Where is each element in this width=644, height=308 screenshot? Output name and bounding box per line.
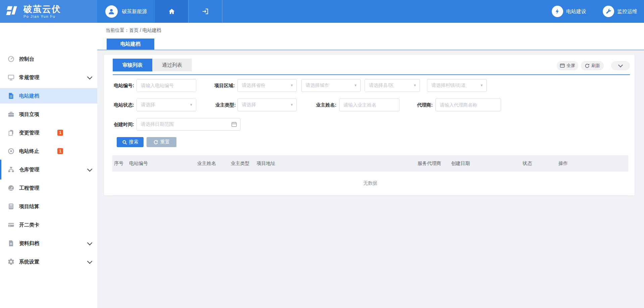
sidebar-item-label: 仓库管理 [19, 167, 39, 173]
page-tab-station-archive[interactable]: 电站建档 [107, 39, 154, 50]
sidebar-item-station-archive[interactable]: 电站建档 [0, 88, 97, 104]
town-select[interactable]: 请选择村镇/街道 ▼ [427, 79, 487, 92]
chevron-down-icon [618, 63, 623, 67]
date-range-picker[interactable]: 请选择日期范围 [137, 118, 240, 131]
page-root: 破茧云伏 Po Jian Yun Fu 破茧新能源 电站建设 [0, 0, 644, 308]
sidebar-item-console[interactable]: 控制台 [0, 51, 97, 67]
sidebar-item-open-class2-card[interactable]: 开二类卡 [0, 217, 97, 233]
sidebar-item-change-mgmt[interactable]: 变更管理 1 [0, 125, 97, 140]
refresh-icon [585, 63, 590, 68]
sidebar-scrollbar-thumb[interactable] [0, 160, 1, 180]
reset-label: 重置 [160, 139, 170, 145]
app-subtitle: Po Jian Yun Fu [23, 14, 61, 18]
brand-text: 破茧云伏 Po Jian Yun Fu [23, 4, 61, 19]
date-range-placeholder: 请选择日期范围 [141, 121, 174, 127]
sidebar-item-label: 资料归档 [19, 240, 39, 247]
station-no-input[interactable] [137, 79, 196, 92]
briefcase-icon [7, 111, 15, 118]
sidebar-item-general-mgmt[interactable]: 常规管理 [0, 70, 97, 85]
record-circle-icon [7, 147, 15, 155]
user-account[interactable]: 破茧新能源 [97, 0, 155, 23]
fullscreen-icon [560, 63, 565, 68]
module-monitor-ops[interactable]: 监控运维 [603, 0, 637, 23]
column-header-service-agent: 服务代理商 [416, 161, 449, 167]
breadcrumb-separator: / [139, 27, 143, 33]
owner-name-input[interactable] [339, 99, 399, 111]
province-select[interactable]: 请选择省份 ▼ [237, 79, 297, 92]
sidebar: 控制台 常规管理 电站建档 项目立项 [0, 23, 97, 308]
sidebar-item-project-initiation[interactable]: 项目立项 [0, 107, 97, 122]
column-header-create-date: 创建日期 [449, 161, 521, 167]
caret-down-icon: ▼ [480, 83, 483, 87]
chevron-down-icon [87, 259, 93, 264]
bank-card-icon [7, 221, 15, 229]
module-station-build[interactable]: 电站建设 [552, 0, 586, 23]
column-header-owner-type: 业主类型 [229, 161, 255, 167]
owner-name-label: 业主姓名: [310, 99, 336, 111]
gear-icon [7, 258, 15, 265]
column-header-project-address: 项目地址 [255, 161, 416, 167]
agent-input[interactable] [435, 99, 501, 111]
status-placeholder: 请选择 [141, 102, 155, 108]
city-select[interactable]: 请选择城市 ▼ [301, 79, 361, 92]
sidebar-item-engineering-mgmt[interactable]: 工程管理 [0, 180, 97, 196]
reset-button[interactable]: 重置 [147, 137, 176, 147]
sidebar-item-station-terminate[interactable]: 电站终止 1 [0, 143, 97, 159]
collapse-panel-button[interactable] [611, 61, 630, 70]
breadcrumb-band: 当前位置：首页 / 电站建档 电站建档 [97, 23, 644, 50]
breadcrumb: 当前位置：首页 / 电站建档 [106, 27, 161, 34]
county-placeholder: 请选择县/区 [369, 82, 394, 88]
avatar [105, 5, 118, 18]
notification-badge: 1 [57, 148, 63, 154]
sidebar-item-label: 电站建档 [19, 93, 39, 99]
station-status-label: 电站状态: [107, 99, 134, 111]
owner-type-label: 业主类型: [209, 99, 236, 111]
copy-pages-icon [7, 129, 15, 136]
sidebar-item-project-settlement[interactable]: 项目结算 [0, 199, 97, 214]
breadcrumb-home-link[interactable]: 首页 [129, 27, 139, 33]
top-header: 破茧云伏 Po Jian Yun Fu 破茧新能源 电站建设 [0, 0, 644, 23]
module-label: 监控运维 [617, 8, 637, 15]
fullscreen-label: 全屏 [567, 63, 575, 69]
station-status-select[interactable]: 请选择 ▼ [137, 99, 196, 111]
region-label: 项目区域: [208, 79, 235, 92]
caret-down-icon: ▼ [190, 103, 193, 107]
fullscreen-button[interactable]: 全屏 [557, 61, 578, 70]
sidebar-item-system-settings[interactable]: 系统设置 [0, 254, 97, 269]
owner-type-select[interactable]: 请选择 ▼ [237, 99, 297, 111]
sidebar-item-warehouse-mgmt[interactable]: 仓库管理 [0, 162, 97, 177]
tab-passed-list[interactable]: 通过列表 [152, 59, 192, 71]
calendar-icon [231, 121, 237, 127]
brand-logo: 破茧云伏 Po Jian Yun Fu [0, 0, 97, 23]
table-header: 序号 电站编号 业主姓名 业主类型 项目地址 服务代理商 创建日期 状态 操作 [112, 155, 628, 172]
home-button[interactable] [155, 0, 188, 23]
refresh-button[interactable]: 刷新 [581, 61, 604, 70]
agent-label: 代理商: [409, 99, 433, 111]
sidebar-item-label: 开二类卡 [19, 222, 39, 228]
breadcrumb-prefix: 当前位置： [106, 27, 129, 33]
column-header-station-no: 电站编号 [127, 161, 196, 167]
monitor-icon [7, 74, 15, 81]
county-select[interactable]: 请选择县/区 ▼ [365, 79, 420, 92]
column-header-index: 序号 [112, 161, 127, 167]
breadcrumb-current: 电站建档 [143, 27, 161, 33]
calculator-icon [7, 203, 15, 210]
caret-down-icon: ▼ [290, 103, 293, 107]
sidebar-item-data-archive[interactable]: 资料归档 [0, 236, 97, 251]
search-icon [122, 140, 127, 145]
sidebar-item-label: 系统设置 [19, 259, 39, 265]
module-label: 电站建设 [566, 8, 586, 15]
tab-review-list[interactable]: 审核列表 [113, 59, 152, 71]
table-empty-state: 无数据 [112, 172, 628, 195]
sitemap-icon [7, 166, 15, 173]
city-placeholder: 请选择城市 [306, 82, 329, 88]
province-placeholder: 请选择省份 [242, 82, 265, 88]
town-placeholder: 请选择村镇/街道 [431, 82, 466, 88]
brand-logo-icon [5, 4, 20, 19]
gauge-icon [7, 55, 15, 63]
search-button[interactable]: 搜索 [117, 137, 144, 147]
logout-icon [202, 8, 209, 15]
dashboard-icon [7, 184, 15, 192]
caret-down-icon: ▼ [354, 83, 357, 87]
logout-button[interactable] [188, 0, 222, 23]
